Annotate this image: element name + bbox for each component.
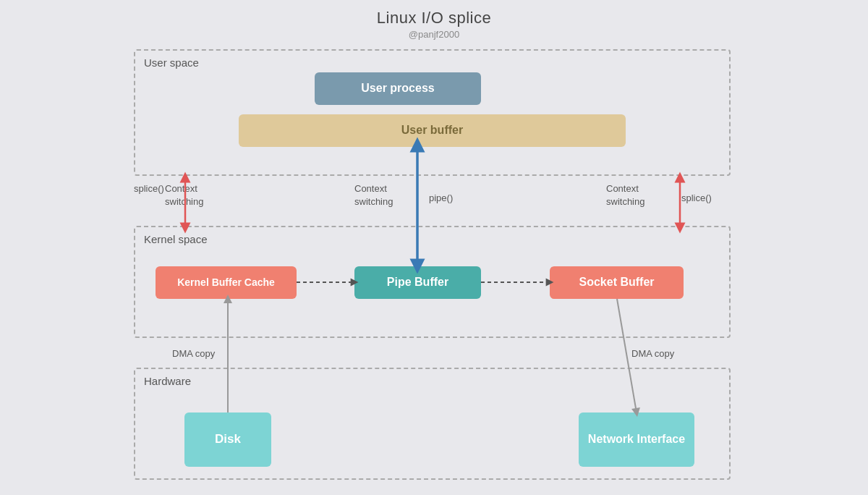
- user-space-region: User space: [134, 49, 731, 176]
- context-switching-left-label: Contextswitching: [165, 182, 203, 208]
- context-switching-right-label: Contextswitching: [606, 182, 644, 208]
- dma-copy-right-label: DMA copy: [631, 347, 674, 360]
- diagram-container: Linux I/O splice @panjf2000 User space K…: [0, 0, 868, 495]
- network-interface-box: Network Interface: [579, 412, 694, 467]
- socket-buffer-box: Socket Buffer: [550, 266, 684, 299]
- splice-right-label: splice(): [681, 192, 712, 205]
- user-space-label: User space: [144, 56, 199, 69]
- dma-copy-left-label: DMA copy: [172, 347, 215, 360]
- pipe-buffer-box: Pipe Buffer: [354, 266, 481, 299]
- user-process-box: User process: [315, 72, 481, 105]
- main-title: Linux I/O splice: [0, 9, 868, 28]
- hardware-label: Hardware: [144, 375, 191, 387]
- user-buffer-box: User buffer: [239, 114, 626, 147]
- disk-box: Disk: [184, 412, 271, 467]
- splice-left-label: splice(): [134, 182, 164, 195]
- pipe-label: pipe(): [429, 192, 453, 205]
- title-block: Linux I/O splice @panjf2000: [0, 0, 868, 40]
- kernel-buffer-cache-box: Kernel Buffer Cache: [156, 266, 297, 299]
- context-switching-center-label: Contextswitching: [354, 182, 393, 208]
- kernel-space-label: Kernel space: [144, 233, 208, 245]
- sub-title: @panjf2000: [0, 29, 868, 40]
